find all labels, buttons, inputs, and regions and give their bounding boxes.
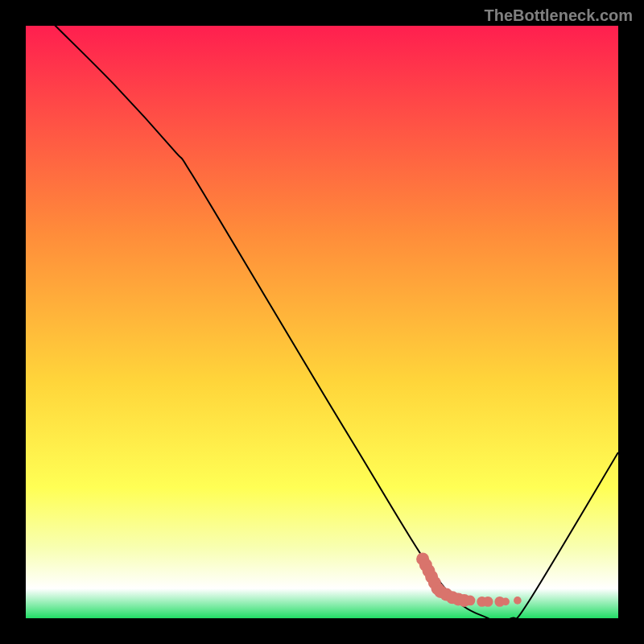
highlight-dot [465, 596, 476, 606]
chart-container [26, 26, 618, 618]
watermark-text: TheBottleneck.com [485, 6, 633, 25]
highlight-dot [483, 597, 493, 607]
chart-background [26, 26, 618, 618]
highlight-dot [514, 597, 522, 605]
highlight-dot [502, 598, 510, 606]
bottleneck-chart [26, 26, 618, 618]
